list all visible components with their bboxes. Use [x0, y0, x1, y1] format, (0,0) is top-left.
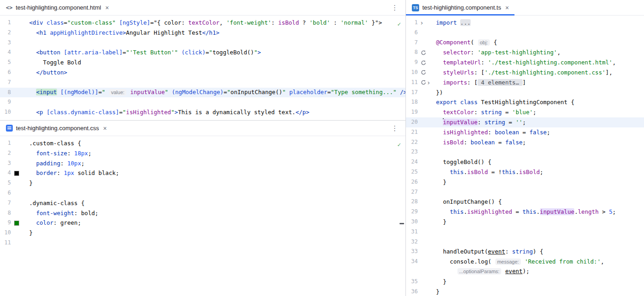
code-line: 1<div class="custom-class" [ngStyle]="{ …	[0, 18, 405, 28]
line-number: 10	[406, 68, 418, 78]
tab-test-highlighting-component-css[interactable]: test-highlighting.component.css ×	[0, 121, 112, 136]
code-text: isBold: boolean = false;	[432, 137, 526, 148]
gutter: 18	[406, 97, 432, 107]
line-number: 7	[0, 78, 11, 88]
code-text: color: green;	[26, 218, 81, 228]
tab-label: test-highlighting.component.html	[16, 4, 101, 11]
gutter: 5	[0, 58, 26, 68]
tab-test-highlighting-component-html[interactable]: <> test-highlighting.component.html ×	[0, 0, 114, 15]
code-line: 9 color: green;	[0, 218, 405, 228]
gutter: 7	[0, 78, 26, 88]
gutter: 33	[406, 247, 432, 257]
line-number: 32	[406, 237, 418, 247]
code-line: 6	[0, 188, 405, 198]
angular-gutter-icon[interactable]	[421, 50, 426, 56]
code-line: ...optionalParams: event);	[406, 267, 644, 277]
gutter: 10	[0, 228, 26, 238]
gutter: 8	[0, 208, 26, 218]
gutter: 4	[0, 168, 26, 178]
code-line: 24 toggleBold() {	[406, 157, 644, 167]
color-preview-swatch[interactable]	[14, 171, 19, 176]
left-editor-column: <> test-highlighting.component.html × ⋮ …	[0, 0, 406, 296]
code-text: handleOutput(event: string) {	[432, 247, 543, 257]
gutter: 17	[406, 88, 432, 98]
css-code-editor[interactable]: ✓ 1.custom-class {2 font-size: 18px;3 pa…	[0, 136, 405, 296]
ts-pane-tabbar: TS test-highlighting.component.ts ×	[406, 0, 644, 16]
code-line: 17})	[406, 88, 644, 98]
line-number: 10	[0, 107, 11, 117]
code-line: 7@Component( obj: {	[406, 38, 644, 48]
scrollbar-caret-mark	[400, 223, 404, 224]
code-text: selector: 'app-test-highlighting',	[432, 48, 561, 58]
inspections-ok-icon[interactable]: ✓	[397, 19, 401, 29]
tab-label: test-highlighting.component.ts	[422, 4, 501, 11]
gutter: 2	[0, 148, 26, 159]
ts-code-editor[interactable]: 1›import ...67@Component( obj: {8 select…	[406, 16, 644, 296]
angular-gutter-icon[interactable]	[421, 69, 426, 75]
gutter-badges	[11, 221, 26, 226]
line-number: 2	[0, 28, 11, 38]
ts-editor-pane: TS test-highlighting.component.ts × 1›im…	[406, 0, 644, 296]
code-line: 6	[406, 28, 644, 38]
line-number: 31	[406, 227, 418, 237]
html-code-editor[interactable]: ✓ 1<div class="custom-class" [ngStyle]="…	[0, 16, 405, 120]
gutter: 9	[0, 97, 26, 107]
code-text: onInputChange() {	[432, 197, 502, 207]
close-tab-icon[interactable]: ×	[102, 125, 108, 132]
close-tab-icon[interactable]: ×	[504, 5, 510, 11]
code-line: 2 <h1 appHighlightDirective>Angular High…	[0, 28, 405, 38]
code-text: <input [(ngModel)]=" value: inputValue" …	[26, 87, 405, 98]
line-number: 4	[0, 48, 11, 58]
gutter: 2	[0, 28, 26, 38]
fold-chevron-icon[interactable]: ›	[421, 20, 423, 26]
code-text: ...optionalParams: event);	[432, 266, 530, 277]
code-line: 8 selector: 'app-test-highlighting',	[406, 48, 644, 58]
line-number: 30	[406, 217, 418, 227]
line-number: 9	[406, 58, 418, 68]
angular-gutter-icon[interactable]	[421, 60, 426, 66]
code-line: 22 isBold: boolean = false;	[406, 137, 644, 148]
code-line: 5 Toggle Bold	[0, 58, 405, 68]
code-text: <h1 appHighlightDirective>Angular Highli…	[26, 28, 219, 38]
code-text: @Component( obj: {	[432, 37, 497, 48]
gutter: 1	[0, 18, 26, 28]
code-text: .custom-class {	[26, 138, 81, 148]
more-options-icon[interactable]: ⋮	[384, 124, 405, 132]
gutter: 9	[0, 218, 26, 228]
code-line: 11	[0, 238, 405, 248]
code-text: toggleBold() {	[432, 157, 491, 167]
gutter-badges: ›	[418, 79, 432, 86]
color-preview-swatch[interactable]	[14, 221, 19, 226]
code-line: 19 textColor: string = 'blue';	[406, 107, 644, 117]
code-line: 1›import ...	[406, 18, 644, 28]
code-text: <p [class.dynamic-class]="isHighlighted"…	[26, 107, 309, 117]
line-number: 10	[0, 228, 11, 238]
code-text: inputValue: string = '';	[432, 117, 526, 127]
line-number: 3	[0, 38, 11, 48]
inspections-ok-icon[interactable]: ✓	[397, 140, 401, 150]
code-text: font-size: 18px;	[26, 148, 92, 159]
gutter-badges	[418, 69, 432, 75]
code-line: 8 font-weight: bold;	[0, 208, 405, 218]
line-number: 5	[0, 178, 11, 188]
code-text: imports: [ 4 elements… ]	[432, 78, 526, 88]
code-text: </button>	[26, 68, 67, 78]
code-line: 3	[0, 38, 405, 48]
more-options-icon[interactable]: ⋮	[384, 4, 405, 12]
line-number: 19	[406, 107, 418, 117]
line-number: 20	[406, 117, 418, 127]
close-tab-icon[interactable]: ×	[104, 5, 110, 11]
code-line: 11› imports: [ 4 elements… ]	[406, 78, 644, 88]
code-text: isHighlighted: boolean = false;	[432, 127, 550, 137]
code-line: 1.custom-class {	[0, 138, 405, 148]
gutter: 35	[406, 277, 432, 287]
html-pane-tabbar: <> test-highlighting.component.html × ⋮	[0, 0, 405, 16]
angular-gutter-icon[interactable]	[421, 79, 426, 85]
line-number: 27	[406, 187, 418, 197]
tab-test-highlighting-component-ts[interactable]: TS test-highlighting.component.ts ×	[406, 0, 514, 15]
gutter-badges	[11, 171, 26, 176]
line-number: 11	[406, 78, 418, 88]
line-number: 9	[0, 218, 11, 228]
fold-chevron-icon[interactable]: ›	[427, 79, 430, 86]
gutter: 24	[406, 157, 432, 167]
